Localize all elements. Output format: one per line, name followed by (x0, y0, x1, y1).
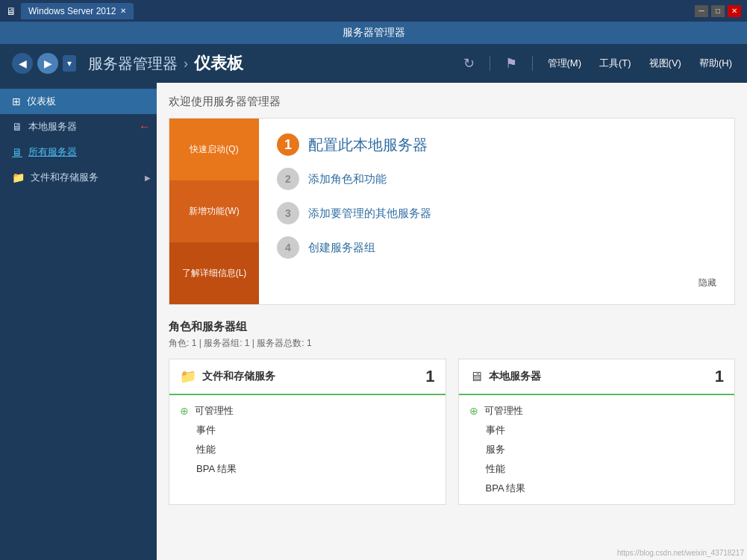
refresh-icon[interactable]: ↻ (463, 55, 475, 72)
menu-manage[interactable]: 管理(M) (545, 54, 585, 73)
qs-num-3: 3 (277, 202, 299, 224)
file-storage-card: 📁 文件和存储服务 1 ⊕ 可管理性 事件 性能 (169, 359, 446, 505)
roles-title: 角色和服务器组 (169, 320, 735, 334)
main-layout: ⊞ 仪表板 🖥 本地服务器 ← 🖥 所有服务器 📁 文件和存储服务 ▶ 欢迎使用… (0, 83, 747, 560)
file-storage-card-icon: 📁 (180, 368, 196, 385)
breadcrumb: 服务器管理器 › 仪表板 (88, 52, 460, 75)
qs-num-4: 4 (277, 236, 299, 259)
sidebar-item-local-server[interactable]: 🖥 本地服务器 ← (0, 114, 157, 139)
qs-item-4: 4 创建服务器组 (277, 236, 716, 259)
sidebar-item-file-storage[interactable]: 📁 文件和存储服务 ▶ (0, 165, 157, 190)
list-item[interactable]: 事件 (469, 421, 725, 440)
sidebar-item-label: 仪表板 (27, 95, 56, 108)
file-storage-card-header[interactable]: 📁 文件和存储服务 1 (169, 359, 446, 395)
qs-item-2: 2 添加角色和功能 (277, 168, 716, 190)
local-server-icon: 🖥 (12, 121, 22, 133)
list-item[interactable]: ⊕ 可管理性 (469, 401, 725, 421)
list-item[interactable]: 性能 (469, 459, 725, 479)
qs-quick-start-block[interactable]: 快速启动(Q) (169, 119, 259, 180)
green-circle-icon: ⊕ (469, 405, 478, 417)
back-button[interactable]: ◀ (12, 53, 33, 74)
breadcrumb-separator: › (184, 56, 188, 72)
sidebar-item-label: 本地服务器 (28, 120, 77, 133)
item-label: BPA 结果 (196, 462, 237, 476)
qs-item-1: 1 配置此本地服务器 (277, 133, 716, 156)
qs-num-1: 1 (277, 133, 299, 156)
local-server-card-title: 本地服务器 (489, 370, 709, 383)
app-title: 服务器管理器 (343, 26, 405, 40)
item-label: 事件 (486, 424, 505, 437)
file-storage-card-body: ⊕ 可管理性 事件 性能 BPA 结果 (169, 395, 446, 485)
local-server-card-header[interactable]: 🖥 本地服务器 1 (459, 359, 735, 395)
arrow-indicator: ← (139, 120, 151, 133)
local-server-card: 🖥 本地服务器 1 ⊕ 可管理性 事件 服务 (458, 359, 736, 505)
list-item[interactable]: BPA 结果 (180, 459, 435, 479)
sidebar-item-label: 文件和存储服务 (31, 171, 99, 184)
qs-num-2: 2 (277, 168, 299, 190)
item-label: 性能 (196, 443, 216, 456)
qs-learn-more-block[interactable]: 了解详细信息(L) (169, 242, 259, 304)
nav-controls: ◀ ▶ ▾ (12, 53, 76, 74)
content-area: 欢迎使用服务器管理器 快速启动(Q) 新增功能(W) 了解详细信息(L) 1 (157, 83, 747, 560)
app-icon: 🖥 (6, 5, 16, 17)
qs-new-features-block[interactable]: 新增功能(W) (169, 180, 259, 242)
breadcrumb-root[interactable]: 服务器管理器 (88, 54, 178, 74)
qs-action-2[interactable]: 添加角色和功能 (308, 172, 387, 186)
breadcrumb-current: 仪表板 (194, 52, 243, 75)
file-storage-card-count: 1 (425, 367, 434, 386)
close-button[interactable]: ✕ (728, 5, 741, 17)
qs-action-4[interactable]: 创建服务器组 (308, 241, 375, 255)
roles-subtitle: 角色: 1 | 服务器组: 1 | 服务器总数: 1 (169, 337, 735, 350)
sidebar: ⊞ 仪表板 🖥 本地服务器 ← 🖥 所有服务器 📁 文件和存储服务 ▶ (0, 83, 157, 560)
item-label: BPA 结果 (486, 482, 526, 495)
file-storage-icon: 📁 (12, 172, 25, 183)
app-title-bar: 服务器管理器 (0, 22, 747, 44)
list-item[interactable]: ⊕ 可管理性 (180, 401, 435, 421)
sidebar-item-dashboard[interactable]: ⊞ 仪表板 (0, 89, 157, 114)
qs-sidebar: 快速启动(Q) 新增功能(W) 了解详细信息(L) (169, 119, 259, 304)
sidebar-item-all-servers[interactable]: 🖥 所有服务器 (0, 139, 157, 165)
roles-section: 角色和服务器组 角色: 1 | 服务器组: 1 | 服务器总数: 1 📁 文件和… (169, 320, 735, 505)
all-servers-icon: 🖥 (12, 146, 22, 158)
tab-close-icon[interactable]: ✕ (120, 7, 126, 15)
header: ◀ ▶ ▾ 服务器管理器 › 仪表板 ↻ ⚑ 管理(M) 工具(T) 视图(V)… (0, 44, 747, 83)
expand-icon: ▶ (145, 174, 151, 182)
menu-tools[interactable]: 工具(T) (596, 54, 634, 73)
roles-cards: 📁 文件和存储服务 1 ⊕ 可管理性 事件 性能 (169, 359, 735, 505)
tab-label: Windows Server 2012 (28, 6, 116, 16)
file-storage-card-title: 文件和存储服务 (202, 370, 419, 383)
hide-button[interactable]: 隐藏 (277, 271, 716, 289)
dashboard-icon: ⊞ (12, 95, 21, 107)
maximize-button[interactable]: □ (711, 5, 725, 17)
qs-content: 1 配置此本地服务器 2 添加角色和功能 3 添加要管理的其他服务器 (259, 119, 734, 304)
welcome-title: 欢迎使用服务器管理器 (169, 95, 735, 109)
item-label: 事件 (196, 424, 216, 437)
window-controls: ─ □ ✕ (695, 5, 741, 17)
item-label: 可管理性 (484, 404, 523, 418)
qs-action-3[interactable]: 添加要管理的其他服务器 (308, 207, 431, 221)
local-server-card-icon: 🖥 (469, 369, 483, 385)
minimize-button[interactable]: ─ (695, 5, 708, 17)
green-circle-icon: ⊕ (180, 405, 189, 417)
qs-action-1[interactable]: 配置此本地服务器 (308, 135, 428, 155)
menu-view[interactable]: 视图(V) (646, 54, 684, 73)
list-item[interactable]: 事件 (180, 421, 435, 440)
local-server-card-count: 1 (715, 367, 724, 386)
list-item[interactable]: BPA 结果 (469, 479, 725, 498)
item-label: 服务 (486, 443, 505, 456)
quick-start-panel: 快速启动(Q) 新增功能(W) 了解详细信息(L) 1 配置此本地服务器 (169, 118, 735, 305)
title-bar: 🖥 Windows Server 2012 ✕ ─ □ ✕ (0, 0, 747, 22)
header-menu: ↻ ⚑ 管理(M) 工具(T) 视图(V) 帮助(H) (460, 54, 736, 73)
forward-button[interactable]: ▶ (37, 53, 58, 74)
title-tab[interactable]: Windows Server 2012 ✕ (21, 3, 134, 19)
menu-help[interactable]: 帮助(H) (696, 54, 735, 73)
list-item[interactable]: 服务 (469, 440, 725, 459)
sidebar-item-label: 所有服务器 (28, 145, 77, 159)
item-label: 性能 (486, 462, 505, 476)
watermark: https://blog.csdn.net/weixin_43718217 (617, 549, 744, 557)
flag-icon[interactable]: ⚑ (505, 55, 517, 72)
local-server-card-body: ⊕ 可管理性 事件 服务 性能 BPA 结果 (459, 395, 735, 504)
item-label: 可管理性 (195, 404, 234, 418)
nav-dropdown-button[interactable]: ▾ (63, 55, 76, 72)
list-item[interactable]: 性能 (180, 440, 435, 459)
